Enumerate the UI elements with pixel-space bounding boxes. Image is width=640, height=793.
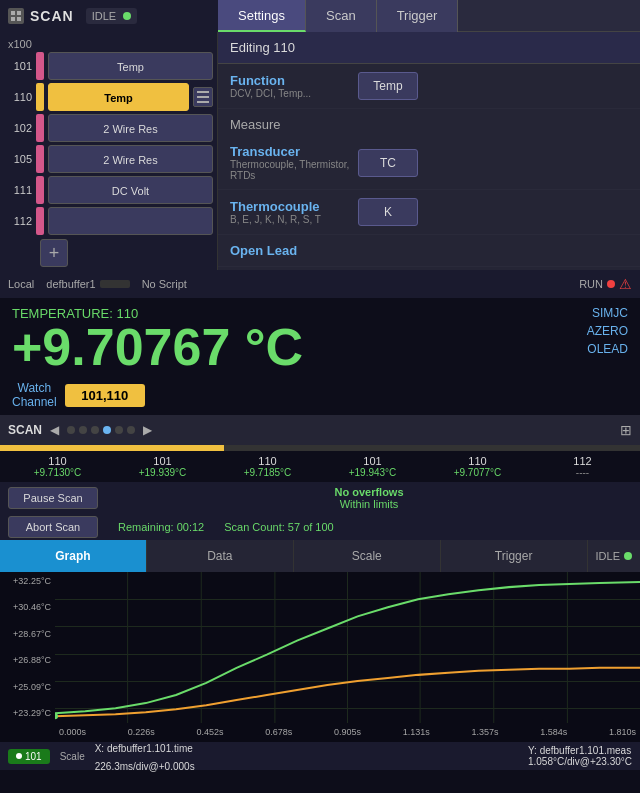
main-content: x100 101 Temp 110 Temp 102 2 Wire Res: [0, 32, 640, 302]
open-lead-row: Open Lead: [218, 235, 640, 267]
hamburger-icon[interactable]: [193, 87, 213, 107]
svg-rect-2: [11, 17, 15, 21]
ch-btn-101[interactable]: Temp: [48, 52, 213, 80]
status-run: RUN ⚠: [579, 276, 632, 292]
alert-icon: ⚠: [619, 276, 632, 292]
scan-remaining: Remaining: 00:12: [118, 521, 204, 533]
y-label-0: +32.25°C: [4, 576, 51, 586]
ch-btn-112[interactable]: [48, 207, 213, 235]
ch-reading-110b: 110 +9.7185°C: [216, 455, 319, 478]
graph-x-labels: 0.000s 0.226s 0.452s 0.678s 0.905s 1.131…: [55, 722, 640, 742]
add-channel-button[interactable]: +: [40, 239, 68, 267]
ch-reading-110c: 110 +9.7077°C: [426, 455, 529, 478]
scan-info: Abort Scan Remaining: 00:12 Scan Count: …: [0, 514, 640, 540]
svg-rect-1: [17, 11, 21, 15]
scan-arrow-right[interactable]: ▶: [143, 423, 152, 437]
ch-btn-111[interactable]: DC Volt: [48, 176, 213, 204]
run-dot: [607, 280, 615, 288]
abort-scan-button[interactable]: Abort Scan: [8, 516, 98, 538]
ch-indicator-110: [36, 83, 44, 111]
ch-indicator-111: [36, 176, 44, 204]
ch-num-102: 102: [4, 122, 32, 134]
scale-label: Scale: [60, 751, 85, 762]
graph-svg: [55, 572, 640, 723]
channel-row-112: 112: [4, 207, 213, 235]
svg-rect-0: [11, 11, 15, 15]
status-script: No Script: [142, 278, 187, 290]
graph-bottom-bar: 101 Scale X: defbuffer1.101.time 226.3ms…: [0, 742, 640, 770]
x100-label: x100: [4, 36, 213, 52]
scan-status: No overflows Within limits: [106, 486, 632, 510]
ch-num-105: 105: [4, 153, 32, 165]
pause-scan-button[interactable]: Pause Scan: [8, 487, 98, 509]
graph-idle: IDLE: [588, 550, 640, 562]
ch-reading-112: 112 ----: [531, 455, 634, 478]
temp-side: SIMJC AZERO OLEAD: [587, 306, 628, 356]
y-label-1: +30.46°C: [4, 602, 51, 612]
thermocouple-button[interactable]: K: [358, 198, 418, 226]
ch-btn-105[interactable]: 2 Wire Res: [48, 145, 213, 173]
ch-num-111: 111: [4, 184, 32, 196]
scan-panel-header: SCAN ◀ ▶ ⊞: [0, 415, 640, 445]
idle-dot: [123, 12, 131, 20]
function-label: Function: [230, 73, 350, 88]
graph-idle-dot: [624, 552, 632, 560]
transducer-row: Transducer Thermocouple, Thermistor, RTD…: [218, 136, 640, 190]
measure-label: Measure: [218, 109, 640, 136]
top-bar-left: SCAN IDLE: [0, 0, 218, 32]
scan-status-sub: Within limits: [106, 498, 632, 510]
scan-controls: Pause Scan No overflows Within limits: [0, 482, 640, 514]
tab-trigger[interactable]: Trigger: [377, 0, 459, 32]
channel-pill[interactable]: 101: [8, 749, 50, 764]
thermocouple-row: Thermocouple B, E, J, K, N, R, S, T K: [218, 190, 640, 235]
ch-reading-101a: 101 +19.939°C: [111, 455, 214, 478]
tab-graph[interactable]: Graph: [0, 540, 147, 572]
tab-data[interactable]: Data: [147, 540, 294, 572]
ch-num-110: 110: [4, 91, 32, 103]
watch-input[interactable]: [65, 384, 145, 407]
function-row: Function DCV, DCI, Temp... Temp: [218, 64, 640, 109]
ch-num-101: 101: [4, 60, 32, 72]
temp-display: TEMPERATURE: 110 +9.70767 °C SIMJC AZERO…: [0, 298, 640, 377]
tab-scan[interactable]: Scan: [306, 0, 377, 32]
scan-arrow-left[interactable]: ◀: [50, 423, 59, 437]
ch-reading-101b: 101 +19.943°C: [321, 455, 424, 478]
tab-scale[interactable]: Scale: [294, 540, 441, 572]
ch-indicator-101: [36, 52, 44, 80]
scan-panel: SCAN ◀ ▶ ⊞ 110 +9.7130°C 101: [0, 415, 640, 540]
scan-dots: [67, 426, 135, 434]
ch-btn-110[interactable]: Temp: [48, 83, 189, 111]
svg-rect-3: [17, 17, 21, 21]
top-tabs: Settings Scan Trigger: [218, 0, 458, 32]
scan-panel-title: SCAN: [8, 423, 42, 437]
thermocouple-label: Thermocouple: [230, 199, 350, 214]
transducer-button[interactable]: TC: [358, 149, 418, 177]
scale-x-info: X: defbuffer1.101.time 226.3ms/div@+0.00…: [95, 738, 195, 774]
channel-row-102: 102 2 Wire Res: [4, 114, 213, 142]
graph-tabs: Graph Data Scale Trigger IDLE: [0, 540, 640, 572]
scan-expand-button[interactable]: ⊞: [620, 422, 632, 438]
channel-pill-dot: [16, 753, 22, 759]
channel-row-105: 105 2 Wire Res: [4, 145, 213, 173]
graph-area: +32.25°C +30.46°C +28.67°C +26.88°C +25.…: [0, 572, 640, 742]
function-sub: DCV, DCI, Temp...: [230, 88, 350, 99]
channel-row-111: 111 DC Volt: [4, 176, 213, 204]
ch-indicator-112: [36, 207, 44, 235]
defbuf-bar: [100, 280, 130, 288]
tab-settings[interactable]: Settings: [218, 0, 306, 32]
scan-count: Scan Count: 57 of 100: [224, 521, 333, 533]
editing-header: Editing 110: [218, 32, 640, 64]
status-defbuf: defbuffer1: [46, 278, 129, 290]
channel-readings: 110 +9.7130°C 101 +19.939°C 110 +9.7185°…: [0, 451, 640, 482]
olead-label: OLEAD: [587, 342, 628, 356]
page-title: SCAN: [30, 8, 74, 24]
azero-label: AZERO: [587, 324, 628, 338]
transducer-label: Transducer: [230, 144, 350, 159]
ch-indicator-105: [36, 145, 44, 173]
y-label-5: +23.29°C: [4, 708, 51, 718]
open-lead-label: Open Lead: [230, 243, 350, 258]
top-bar: SCAN IDLE Settings Scan Trigger: [0, 0, 640, 32]
function-button[interactable]: Temp: [358, 72, 418, 100]
tab-trigger[interactable]: Trigger: [441, 540, 588, 572]
ch-btn-102[interactable]: 2 Wire Res: [48, 114, 213, 142]
